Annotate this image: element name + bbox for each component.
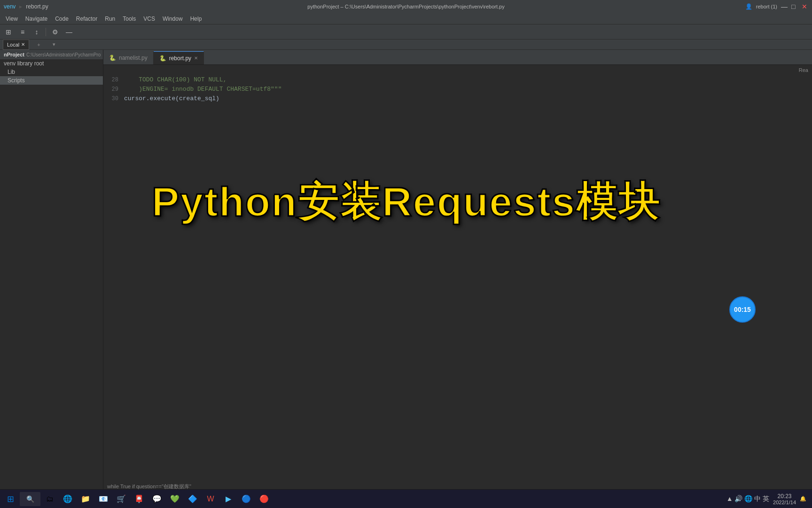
venv-tab-add[interactable]: + xyxy=(33,40,44,50)
tab-rebort-icon: 🐍 xyxy=(159,55,166,62)
menu-item-refactor[interactable]: Refactor xyxy=(72,13,101,24)
taskbar-icon-mail[interactable]: 📧 xyxy=(95,492,112,506)
taskbar-icon-wechat[interactable]: 💚 xyxy=(166,492,183,506)
clock[interactable]: 20:23 2022/1/14 xyxy=(773,493,796,505)
code-line-30: 30 cursor.execute(create_sql) xyxy=(103,94,812,103)
tab-rebort-label: rebort.py xyxy=(169,55,191,62)
local-close[interactable]: ✕ xyxy=(21,42,25,47)
menu-item-tools[interactable]: Tools xyxy=(119,13,140,24)
taskbar-icon-edge[interactable]: 🌐 xyxy=(59,492,76,506)
sidebar-item-scripts[interactable]: Scripts xyxy=(0,76,103,85)
code-line-28: 28 TODO CHAR(100) NOT NULL, xyxy=(103,75,812,85)
tab-rebort[interactable]: 🐍 rebort.py ✕ xyxy=(154,51,204,64)
titlebar-left: venv ▸ rebort.py xyxy=(4,3,48,10)
maximize-btn[interactable]: □ xyxy=(791,3,798,10)
date: 2022/1/14 xyxy=(773,500,796,505)
line-num-28: 28 xyxy=(103,75,122,85)
project-path: C:\Users\Administrator\PycharmPro xyxy=(26,52,101,57)
project-label: nProject xyxy=(4,52,24,57)
tool-minimize-btn[interactable]: — xyxy=(62,26,76,38)
main-layout: nProject C:\Users\Administrator\PycharmP… xyxy=(0,50,812,492)
taskbar-icon-pycharm[interactable]: 🔷 xyxy=(184,492,201,506)
tab-namelist-icon: 🐍 xyxy=(109,55,116,61)
tool-separator xyxy=(46,28,46,36)
titlebar-right: 👤 rebort (1) — □ ✕ xyxy=(745,3,808,10)
menu-item-run[interactable]: Run xyxy=(101,13,119,24)
menu-item-code[interactable]: Code xyxy=(51,13,72,24)
titlebar: venv ▸ rebort.py pythonProject – C:\User… xyxy=(0,0,812,13)
menu-item-vcs[interactable]: VCS xyxy=(140,13,159,24)
sidebar-header: nProject C:\Users\Administrator\PycharmP… xyxy=(0,50,103,59)
menu-item-navigate[interactable]: Navigate xyxy=(22,13,51,24)
taskbar-icon-search[interactable]: 🔍 xyxy=(20,492,40,506)
user-icon[interactable]: 👤 xyxy=(745,3,752,10)
venv-tab-dropdown[interactable]: ▾ xyxy=(48,40,60,50)
close-btn[interactable]: ✕ xyxy=(802,3,808,10)
line-num-29: 29 xyxy=(103,85,122,94)
taskbar-icon-explorer[interactable]: 📁 xyxy=(77,492,94,506)
taskbar-icon-store[interactable]: 🛒 xyxy=(113,492,130,506)
sidebar-item-lib[interactable]: Lib xyxy=(0,68,103,76)
editor-area: 🐍 namelist.py 🐍 rebort.py ✕ Rea 28 TODO … xyxy=(103,50,812,492)
menu-item-window[interactable]: Window xyxy=(159,13,187,24)
line-content-29: )ENGINE= innodb DEFAULT CHARSET=utf8""" xyxy=(122,85,281,94)
code-editor[interactable]: 28 TODO CHAR(100) NOT NULL, 29 )ENGINE= … xyxy=(103,75,812,481)
timer-badge: 00:15 xyxy=(729,296,756,323)
toolbar: ⊞ ≡ ↕ ⚙ — xyxy=(0,24,812,40)
tab-namelist[interactable]: 🐍 namelist.py xyxy=(103,51,154,64)
taskbar-icon-bilibili[interactable]: ▶ xyxy=(220,492,237,506)
title-separator: ▸ xyxy=(19,3,22,10)
scripts-label: Scripts xyxy=(8,77,25,84)
menu-item-view[interactable]: View xyxy=(2,13,22,24)
time: 20:23 xyxy=(773,493,796,500)
venv-indicator: Local ✕ + ▾ xyxy=(0,40,812,50)
taskbar-icon-taskview[interactable]: 🗂 xyxy=(41,492,58,506)
rebort-branch[interactable]: rebort (1) xyxy=(756,4,777,9)
taskbar-icon-outlook[interactable]: 📮 xyxy=(131,492,148,506)
menubar: ViewNavigateCodeRefactorRunToolsVCSWindo… xyxy=(0,13,812,24)
tool-sort-btn[interactable]: ↕ xyxy=(30,26,43,38)
read-only-hint: Rea xyxy=(799,67,808,73)
tray-icons: ▲ 🔊 🌐 中 英 xyxy=(726,495,769,503)
tool-grid-btn[interactable]: ⊞ xyxy=(2,26,15,38)
taskbar-icon-word[interactable]: W xyxy=(202,492,219,506)
tool-list-btn[interactable]: ≡ xyxy=(16,26,29,38)
code-area-header: Rea xyxy=(103,65,812,75)
venv-tab-local[interactable]: Local ✕ xyxy=(3,40,29,50)
windows-taskbar: ⊞ 🔍 🗂 🌐 📁 📧 🛒 📮 💬 💚 🔷 W ▶ 🔵 🔴 ▲ 🔊 🌐 中 英 … xyxy=(0,489,812,508)
sidebar: nProject C:\Users\Administrator\PycharmP… xyxy=(0,50,103,492)
taskbar-icon-windows[interactable]: ⊞ xyxy=(2,492,19,506)
tab-namelist-label: namelist.py xyxy=(119,55,148,61)
tool-settings-btn[interactable]: ⚙ xyxy=(48,26,62,38)
taskbar-icon-wps[interactable]: 🔴 xyxy=(256,492,273,506)
file-label[interactable]: rebort.py xyxy=(26,3,48,10)
minimize-btn[interactable]: — xyxy=(781,3,788,10)
timer-label: 00:15 xyxy=(734,306,751,313)
taskbar-icon-teams[interactable]: 💬 xyxy=(148,492,165,506)
taskbar-apps: ⊞ 🔍 🗂 🌐 📁 📧 🛒 📮 💬 💚 🔷 W ▶ 🔵 🔴 xyxy=(2,492,273,506)
venv-label[interactable]: venv xyxy=(4,3,16,10)
menu-item-help[interactable]: Help xyxy=(187,13,206,24)
taskbar-tray: ▲ 🔊 🌐 中 英 20:23 2022/1/14 🔔 xyxy=(726,493,810,505)
sidebar-item-venv-library[interactable]: venv library root xyxy=(0,59,103,68)
notification-btn[interactable]: 🔔 xyxy=(800,496,806,502)
tab-rebort-close[interactable]: ✕ xyxy=(194,56,198,61)
code-line-29: 29 )ENGINE= innodb DEFAULT CHARSET=utf8"… xyxy=(103,85,812,94)
lib-label: Lib xyxy=(8,69,15,75)
taskbar-icon-chrome[interactable]: 🔵 xyxy=(238,492,255,506)
line-num-30: 30 xyxy=(103,94,122,103)
line-content-30: cursor.execute(create_sql) xyxy=(122,94,219,103)
titlebar-title: pythonProject – C:\Users\Administrator\P… xyxy=(307,4,504,9)
venv-library-label: venv library root xyxy=(4,60,44,67)
line-content-28: TODO CHAR(100) NOT NULL, xyxy=(122,75,226,85)
tab-bar: 🐍 namelist.py 🐍 rebort.py ✕ xyxy=(103,50,812,65)
local-label: Local xyxy=(7,42,19,48)
